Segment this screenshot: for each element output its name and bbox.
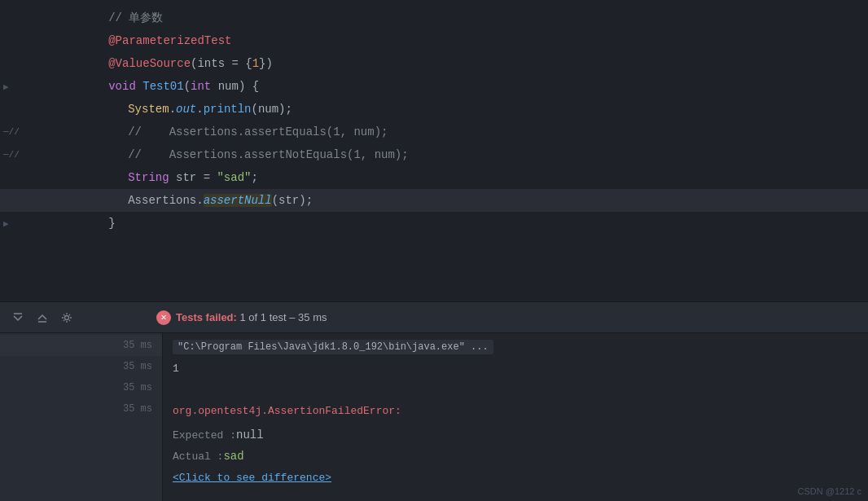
watermark: CSDN @1212 c: [798, 486, 861, 496]
actual-row: Actual : sad: [173, 446, 858, 467]
panel-toolbar: ✕ Tests failed: 1 of 1 test – 35 ms: [0, 302, 868, 333]
code-content-10: }: [41, 189, 868, 257]
error-icon: ✕: [156, 310, 171, 325]
timestamp-row-4[interactable]: 35 ms: [0, 398, 162, 420]
collapse-icon[interactable]: [10, 310, 26, 326]
status-detail: 1 of 1 test – 35 ms: [240, 311, 327, 323]
fold-icon-7: ─//: [3, 150, 20, 160]
test-status: ✕ Tests failed: 1 of 1 test – 35 ms: [156, 310, 327, 325]
diff-link-row: <Click to see difference>: [173, 467, 858, 488]
status-label: Tests failed: 1 of 1 test – 35 ms: [176, 311, 327, 323]
arrow-icon-4: ▶: [3, 81, 9, 92]
error-class-text: org.opentest4j.AssertionFailedError:: [173, 405, 401, 417]
timestamp-4: 35 ms: [123, 403, 152, 415]
output-expected: Expected : null Actual : sad <Click to s…: [173, 424, 858, 488]
expected-value: null: [236, 428, 264, 442]
output-line-command: "C:\Program Files\Java\jdk1.8.0_192\bin\…: [173, 336, 858, 358]
command-output: "C:\Program Files\Java\jdk1.8.0_192\bin\…: [173, 340, 493, 354]
timestamp-row-3[interactable]: 35 ms: [0, 377, 162, 398]
output-number-1: 1: [173, 363, 179, 375]
expand-icon[interactable]: [34, 310, 50, 326]
output-line-error: org.opentest4j.AssertionFailedError:: [173, 400, 858, 421]
expected-label: Expected :: [173, 429, 236, 442]
failed-label: Tests failed:: [176, 311, 237, 323]
code-block: // 单参数 @ParameterizedTest @ValueSource(i…: [0, 0, 868, 241]
fold-icon-6: ─//: [3, 127, 20, 137]
timestamp-2: 35 ms: [123, 361, 152, 372]
panel-content: 35 ms 35 ms 35 ms 35 ms "C:\Program File…: [0, 333, 868, 501]
settings-icon[interactable]: [59, 310, 75, 326]
close-brace-method: }: [108, 217, 115, 230]
right-output: "C:\Program Files\Java\jdk1.8.0_192\bin\…: [163, 333, 868, 501]
timestamp-row-2[interactable]: 35 ms: [0, 356, 162, 377]
code-editor: // 单参数 @ParameterizedTest @ValueSource(i…: [0, 0, 868, 301]
bottom-panel: ✕ Tests failed: 1 of 1 test – 35 ms 35 m…: [0, 301, 868, 501]
svg-point-0: [65, 315, 69, 319]
diff-link[interactable]: <Click to see difference>: [173, 472, 331, 484]
timestamp-1: 35 ms: [123, 340, 152, 351]
expected-row: Expected : null: [173, 424, 858, 446]
actual-value: sad: [223, 450, 243, 463]
output-line-number: 1: [173, 358, 858, 379]
timestamp-row-1[interactable]: 35 ms: [0, 335, 162, 356]
code-line-10: ▶ }: [0, 212, 868, 235]
left-timestamps: 35 ms 35 ms 35 ms 35 ms: [0, 333, 163, 501]
timestamp-3: 35 ms: [123, 382, 152, 393]
arrow-icon-10: ▶: [3, 218, 9, 229]
output-line-blank: [173, 379, 858, 400]
actual-label: Actual :: [173, 450, 223, 463]
